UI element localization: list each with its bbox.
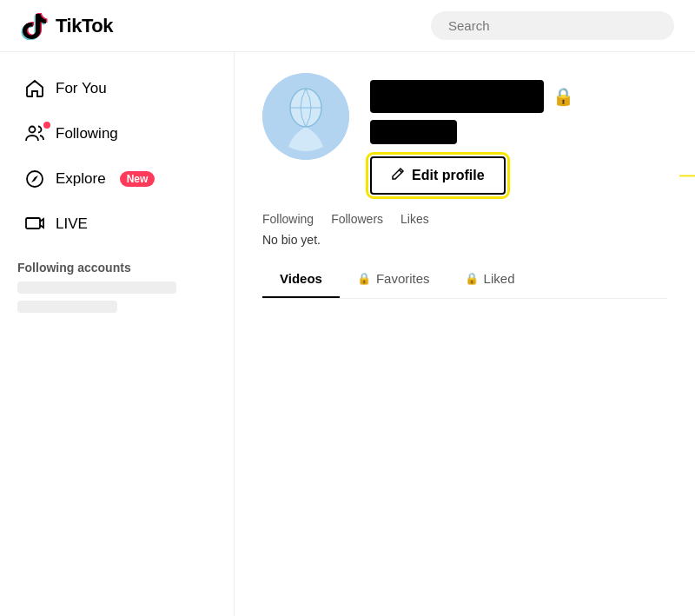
tab-favorites-label: Favorites bbox=[376, 271, 430, 286]
people-icon bbox=[24, 123, 45, 144]
handle-redacted-block bbox=[370, 120, 457, 144]
bio-text: No bio yet. bbox=[262, 233, 667, 247]
stat-followers[interactable]: Followers bbox=[331, 212, 383, 226]
following-account-placeholder-2 bbox=[17, 301, 117, 313]
sidebar-item-live[interactable]: LIVE bbox=[7, 203, 227, 245]
stat-following[interactable]: Following bbox=[262, 212, 314, 226]
logo-area: TikTok bbox=[21, 12, 113, 40]
sidebar-item-explore[interactable]: Explore New bbox=[7, 158, 227, 200]
compass-icon bbox=[24, 169, 45, 189]
live-icon bbox=[24, 214, 45, 235]
explore-label: Explore bbox=[56, 170, 106, 188]
stats-row: Following Followers Likes bbox=[262, 212, 667, 226]
header: TikTok bbox=[0, 0, 695, 52]
tiktok-logo-icon bbox=[21, 12, 49, 40]
tab-liked-label: Liked bbox=[484, 271, 515, 286]
edit-profile-wrapper: Edit profile bbox=[370, 156, 667, 195]
likes-stat-label: Likes bbox=[400, 212, 429, 226]
sidebar: For You Following E bbox=[0, 52, 235, 616]
avatar-container bbox=[262, 73, 349, 160]
sidebar-item-following[interactable]: Following bbox=[7, 113, 227, 155]
avatar bbox=[262, 73, 349, 160]
svg-rect-3 bbox=[26, 218, 40, 229]
for-you-label: For You bbox=[56, 80, 107, 97]
favorites-lock-icon: 🔒 bbox=[357, 272, 371, 285]
following-notification-dot bbox=[43, 122, 50, 129]
following-account-placeholder-1 bbox=[17, 282, 176, 294]
svg-marker-2 bbox=[31, 176, 38, 182]
edit-pen-icon bbox=[391, 167, 405, 184]
profile-section: 🔒 Edit profile bbox=[262, 73, 667, 195]
tab-videos-label: Videos bbox=[280, 271, 322, 286]
following-accounts-section-title: Following accounts bbox=[0, 247, 234, 282]
svg-point-0 bbox=[30, 127, 36, 133]
following-label: Following bbox=[56, 125, 118, 142]
followers-stat-label: Followers bbox=[331, 212, 383, 226]
live-label: LIVE bbox=[56, 215, 88, 233]
username-bar: 🔒 bbox=[370, 80, 667, 113]
logo-text: TikTok bbox=[56, 15, 113, 37]
username-redacted-block bbox=[370, 80, 544, 113]
edit-profile-button[interactable]: Edit profile bbox=[370, 156, 506, 195]
main-layout: For You Following E bbox=[0, 52, 695, 616]
tabs-row: Videos 🔒 Favorites 🔒 Liked bbox=[262, 261, 667, 299]
edit-profile-label: Edit profile bbox=[412, 168, 485, 183]
search-input[interactable] bbox=[431, 11, 674, 40]
main-content: 🔒 Edit profile bbox=[235, 52, 695, 616]
tab-liked[interactable]: 🔒 Liked bbox=[447, 261, 533, 298]
stat-likes[interactable]: Likes bbox=[400, 212, 429, 226]
explore-new-badge: New bbox=[120, 171, 156, 187]
yellow-arrow bbox=[676, 154, 695, 197]
home-icon bbox=[24, 78, 45, 99]
sidebar-item-for-you[interactable]: For You bbox=[7, 68, 227, 109]
profile-lock-icon: 🔒 bbox=[553, 86, 574, 107]
tab-favorites[interactable]: 🔒 Favorites bbox=[340, 261, 447, 298]
following-accounts-list bbox=[0, 282, 234, 313]
tab-videos[interactable]: Videos bbox=[262, 261, 340, 298]
liked-lock-icon: 🔒 bbox=[465, 272, 479, 285]
following-stat-label: Following bbox=[262, 212, 314, 226]
profile-info: 🔒 Edit profile bbox=[370, 73, 667, 195]
